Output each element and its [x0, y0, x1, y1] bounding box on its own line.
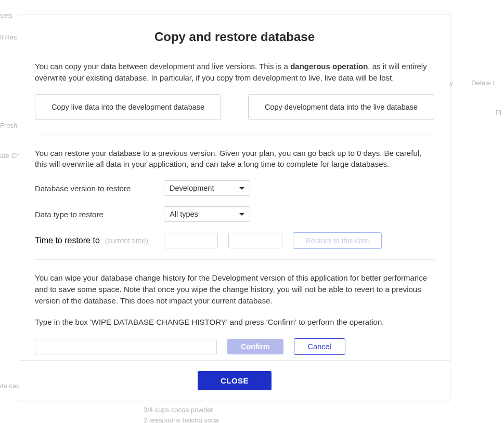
- time-row: Time to restore to (current time) Restor…: [35, 232, 434, 249]
- bg-pi: Pi: [495, 109, 501, 116]
- time-label: Time to restore to: [35, 236, 100, 245]
- wipe-instruction: Type in the box 'WIPE DATABASE CHANGE HI…: [35, 316, 434, 328]
- chevron-down-icon: [239, 187, 244, 190]
- modal-footer: CLOSE: [19, 360, 450, 401]
- bg-ing2: 2 teaspoons baking soda: [144, 416, 219, 423]
- wipe-input-row: Confirm Cancel: [35, 338, 434, 355]
- wipe-confirmation-input[interactable]: [35, 339, 217, 354]
- restore-date-input[interactable]: [164, 233, 218, 248]
- restore-button[interactable]: Restore to this date: [293, 232, 382, 249]
- time-hint: (current time): [105, 236, 148, 245]
- bg-ing1: 3/4 cups cocoa powder: [144, 406, 213, 414]
- divider-1: [35, 135, 434, 135]
- cancel-button[interactable]: Cancel: [294, 338, 345, 355]
- modal-body: Copy and restore database You can copy y…: [19, 15, 450, 360]
- version-value: Development: [170, 184, 214, 192]
- version-label: Database version to restore: [35, 184, 164, 193]
- bg-all-rec: ll Rec: [0, 33, 17, 41]
- wipe-description: You can wipe your database change histor…: [35, 272, 434, 306]
- bg-delete: Delete t: [471, 79, 495, 87]
- bg-ate: ate Ch: [0, 152, 20, 160]
- copy-description: You can copy your data between developme…: [35, 61, 434, 84]
- datatype-dropdown[interactable]: All types: [164, 206, 250, 222]
- copy-button-row: Copy live data into the development data…: [35, 94, 434, 120]
- confirm-button[interactable]: Confirm: [227, 339, 283, 354]
- copy-desc-bold: dangerous operation: [290, 62, 368, 71]
- modal-title: Copy and restore database: [35, 30, 434, 44]
- restore-time-input[interactable]: [228, 233, 282, 248]
- copy-live-to-dev-button[interactable]: Copy live data into the development data…: [35, 94, 221, 120]
- datatype-label: Data type to restore: [35, 210, 164, 219]
- chevron-down-icon: [239, 213, 244, 216]
- version-dropdown[interactable]: Development: [164, 180, 250, 196]
- datatype-row: Data type to restore All types: [35, 206, 434, 222]
- copy-desc-part1: You can copy your data between developme…: [35, 62, 290, 71]
- bg-sets: sets: [0, 11, 12, 19]
- close-button[interactable]: CLOSE: [198, 371, 272, 390]
- time-label-area: Time to restore to (current time): [35, 236, 164, 245]
- copy-dev-to-live-button[interactable]: Copy development data into the live data…: [248, 94, 434, 120]
- restore-description: You can restore your database to a previ…: [35, 148, 434, 170]
- time-inputs: Restore to this date: [164, 232, 382, 249]
- copy-restore-modal: Copy and restore database You can copy y…: [19, 15, 450, 401]
- divider-2: [35, 259, 434, 260]
- datatype-value: All types: [170, 210, 198, 218]
- version-row: Database version to restore Development: [35, 180, 434, 196]
